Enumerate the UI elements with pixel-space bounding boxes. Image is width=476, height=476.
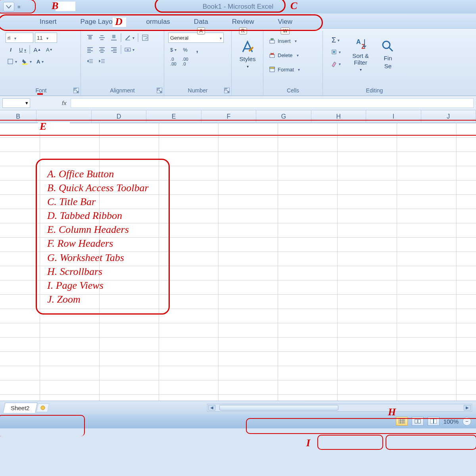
scroll-thumb[interactable]: [219, 405, 338, 411]
column-header-D[interactable]: D: [92, 110, 146, 123]
merge-button[interactable]: a: [123, 44, 136, 55]
align-top-button[interactable]: [85, 33, 95, 43]
formula-input[interactable]: [71, 98, 474, 108]
group-font: ri 11 I U A▲ A▼ A Font: [2, 31, 81, 96]
grow-font-button[interactable]: A▲: [32, 44, 42, 55]
group-number-label: Number: [168, 86, 227, 95]
svg-text:A: A: [356, 38, 361, 45]
decrease-decimal-button[interactable]: .00.0: [180, 56, 190, 67]
qat-customize-icon[interactable]: ≡: [17, 4, 21, 10]
autosum-button[interactable]: Σ: [327, 35, 344, 45]
zoom-out-button[interactable]: −: [463, 417, 471, 426]
currency-button[interactable]: $: [168, 44, 178, 55]
column-header-I[interactable]: I: [366, 110, 421, 123]
font-color-button[interactable]: A: [35, 56, 45, 67]
number-dialog-launcher[interactable]: [224, 88, 230, 93]
number-format-combo[interactable]: General: [168, 33, 224, 43]
sheet-tab-sheet2[interactable]: Sheet2: [3, 403, 37, 413]
ribbon-tabs: Insert Page Layout Formulas DataA Review…: [0, 13, 476, 29]
align-left-button[interactable]: [85, 44, 95, 55]
column-header-E[interactable]: E: [146, 110, 201, 123]
sheet-tabs-bar: Sheet2 ◀ ▶: [0, 401, 476, 414]
page-layout-view-button[interactable]: [412, 417, 424, 426]
window-title: Book1 - Microsoft Excel: [203, 3, 274, 11]
svg-rect-1: [22, 63, 28, 65]
fill-color-button[interactable]: [20, 56, 33, 67]
font-name-combo[interactable]: ri: [6, 33, 33, 43]
increase-decimal-button[interactable]: .0.00: [168, 56, 178, 67]
font-dialog-launcher[interactable]: [73, 88, 79, 93]
svg-rect-0: [8, 59, 13, 64]
insert-cells-button[interactable]: Insert: [267, 35, 319, 47]
svg-rect-5: [270, 40, 274, 43]
horizontal-scrollbar[interactable]: ◀ ▶: [207, 404, 472, 412]
clear-button[interactable]: [327, 59, 344, 69]
svg-rect-7: [270, 54, 274, 58]
normal-view-button[interactable]: [396, 417, 408, 426]
font-size-combo[interactable]: 11: [35, 33, 57, 43]
comma-button[interactable]: ,: [192, 44, 202, 55]
keytip-view: W: [280, 27, 290, 35]
tab-formulas[interactable]: Formulas: [138, 15, 174, 28]
shrink-font-button[interactable]: A▼: [44, 44, 54, 55]
column-headers: BDEFGHIJ: [0, 110, 476, 123]
ribbon: ri 11 I U A▲ A▼ A Font: [0, 29, 476, 96]
formula-bar: ▾ fx: [0, 96, 476, 110]
column-header-H[interactable]: H: [311, 110, 366, 123]
border-button[interactable]: [6, 56, 19, 67]
group-editing-label: Editing: [327, 86, 422, 95]
format-cells-button[interactable]: Format: [267, 63, 319, 75]
new-sheet-button[interactable]: [36, 403, 49, 412]
column-header-G[interactable]: G: [256, 110, 311, 123]
underline-button[interactable]: U: [17, 44, 28, 55]
svg-rect-9: [270, 67, 274, 69]
svg-point-14: [41, 406, 45, 410]
tab-review[interactable]: ReviewR: [228, 15, 258, 28]
italic-button[interactable]: I: [6, 44, 16, 55]
column-header-J[interactable]: J: [421, 110, 476, 123]
group-number: General $ % , .0.00 .00.0 Number: [164, 31, 232, 96]
align-center-button[interactable]: [97, 44, 107, 55]
column-header-blank[interactable]: [36, 110, 91, 123]
orientation-button[interactable]: [123, 33, 136, 43]
align-middle-button[interactable]: [97, 33, 107, 43]
fx-label[interactable]: fx: [62, 100, 67, 106]
alignment-dialog-launcher[interactable]: [157, 88, 162, 93]
fill-button[interactable]: [327, 47, 344, 57]
align-bottom-button[interactable]: [109, 33, 119, 43]
annot-letter-i: I: [306, 437, 310, 449]
column-header-B[interactable]: B: [0, 110, 36, 123]
tab-insert[interactable]: Insert: [36, 15, 61, 28]
svg-text:a: a: [127, 48, 129, 51]
styles-button[interactable]: Styles ▾: [236, 33, 259, 76]
tab-data[interactable]: DataA: [190, 15, 212, 28]
group-styles: Styles ▾: [232, 31, 263, 96]
page-break-view-button[interactable]: [428, 417, 440, 426]
wrap-text-button[interactable]: [140, 33, 150, 43]
delete-cells-button[interactable]: Delete: [267, 49, 319, 61]
zoom-level[interactable]: 100%: [443, 418, 459, 425]
keytip-data: A: [197, 27, 205, 35]
scroll-right-arrow[interactable]: ▶: [464, 405, 471, 411]
name-box[interactable]: ▾: [2, 98, 30, 108]
annotation-legend: A. Office ButtonB. Quick Access ToolbarC…: [36, 159, 170, 315]
percent-button[interactable]: %: [180, 44, 190, 55]
group-cells: Insert Delete Format Cells: [263, 31, 323, 96]
svg-rect-17: [418, 419, 420, 423]
svg-rect-16: [415, 419, 417, 423]
sort-filter-button[interactable]: AZ Sort & Filter▾: [347, 33, 374, 76]
column-header-F[interactable]: F: [202, 110, 256, 123]
qat-button[interactable]: [3, 2, 14, 12]
svg-point-13: [383, 41, 390, 48]
decrease-indent-button[interactable]: [85, 56, 95, 67]
group-alignment-label: Alignment: [85, 86, 160, 95]
find-select-button[interactable]: Fin Se: [377, 33, 399, 76]
group-editing: Σ AZ Sort & Filter▾ Fin Se Editing: [323, 31, 426, 96]
align-right-button[interactable]: [109, 44, 119, 55]
group-cells-label: Cells: [267, 86, 319, 95]
keytip-review: R: [239, 27, 247, 35]
tab-view[interactable]: ViewW: [274, 15, 297, 28]
increase-indent-button[interactable]: [97, 56, 107, 67]
group-alignment: a Alignment: [81, 31, 164, 96]
scroll-left-arrow[interactable]: ◀: [208, 405, 215, 411]
